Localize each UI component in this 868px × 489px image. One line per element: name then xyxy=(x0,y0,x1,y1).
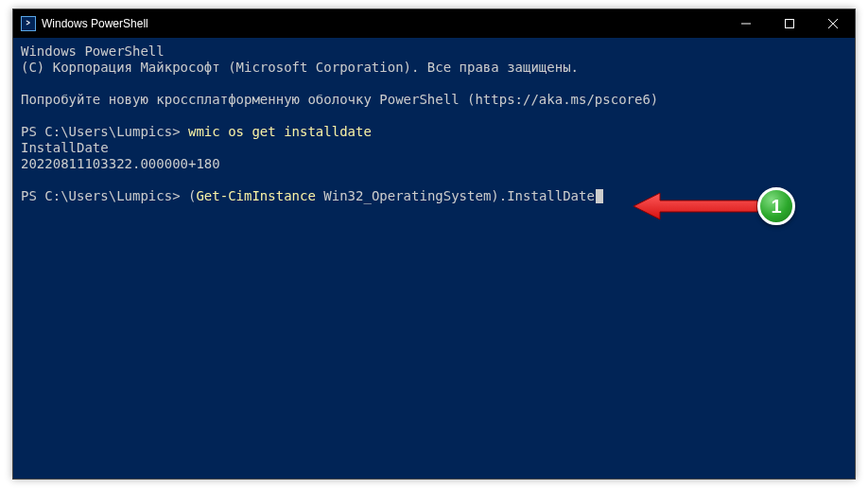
cmd2-rest: ).InstallDate xyxy=(491,188,595,203)
output-header: InstallDate xyxy=(21,140,109,155)
step-number: 1 xyxy=(771,196,781,218)
terminal-output[interactable]: Windows PowerShell (C) Корпорация Майкро… xyxy=(13,38,855,210)
titlebar[interactable]: Windows PowerShell xyxy=(13,9,855,38)
powershell-window: Windows PowerShell Windows PowerShell (C… xyxy=(12,9,856,480)
cmd2-paren: ( xyxy=(181,188,197,203)
banner-line2: (C) Корпорация Майкрософт (Microsoft Cor… xyxy=(21,60,579,75)
banner-line1: Windows PowerShell xyxy=(21,44,165,59)
arrow-icon xyxy=(632,187,759,225)
window-controls xyxy=(724,9,855,38)
svg-marker-4 xyxy=(634,193,757,219)
step-badge: 1 xyxy=(757,187,795,225)
powershell-icon xyxy=(21,16,36,31)
output-value: 20220811103322.000000+180 xyxy=(21,156,220,171)
window-title: Windows PowerShell xyxy=(42,17,148,30)
cursor xyxy=(596,189,603,203)
annotation-overlay: 1 xyxy=(632,187,795,225)
cmd2-cmdlet: Get-CimInstance xyxy=(196,188,315,203)
banner-line3: Попробуйте новую кроссплатформенную обол… xyxy=(21,92,658,107)
prompt-1: PS C:\Users\Lumpics> xyxy=(21,124,181,139)
cmd2-arg: Win32_OperatingSystem xyxy=(316,188,491,203)
command-1: wmic os get installdate xyxy=(181,124,372,139)
prompt-2: PS C:\Users\Lumpics> xyxy=(21,188,181,203)
svg-rect-1 xyxy=(786,20,794,28)
close-button[interactable] xyxy=(811,9,855,38)
maximize-button[interactable] xyxy=(768,9,811,38)
titlebar-left: Windows PowerShell xyxy=(21,16,148,31)
minimize-button[interactable] xyxy=(724,9,768,38)
